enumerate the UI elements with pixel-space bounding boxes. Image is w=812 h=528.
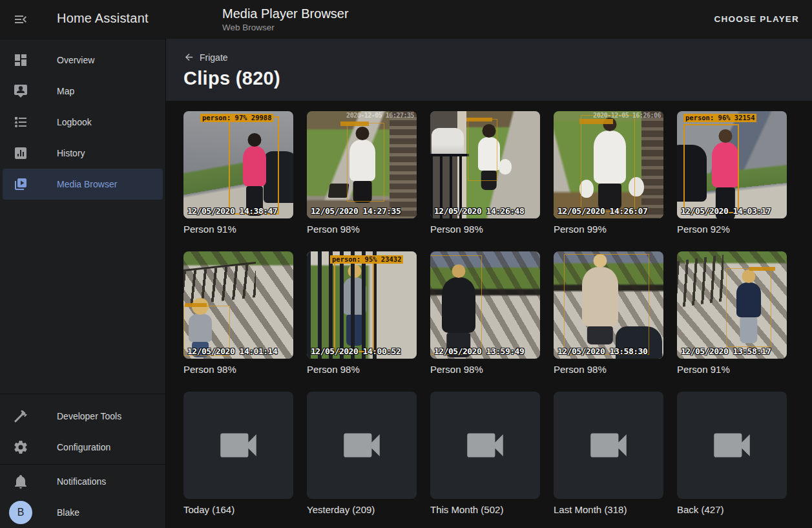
clip-card[interactable]: 2020-12-05 16:27:35 12/05/2020 14:27:35 … — [307, 111, 417, 235]
clip-card[interactable]: 12/05/2020 13:58:17 Person 91% — [677, 251, 787, 375]
sidebar-divider — [0, 394, 165, 394]
timestamp-overlay: 12/05/2020 13:58:17 — [681, 346, 771, 356]
camera-osd-timestamp: 2020-12-05 16:26:06 — [593, 112, 661, 119]
timestamp-overlay: 12/05/2020 14:38:47 — [187, 206, 277, 216]
clip-card[interactable]: person: 96% 32154 12/05/2020 14:03:17 Pe… — [677, 111, 787, 235]
clip-thumbnail[interactable]: person: 96% 32154 12/05/2020 14:03:17 — [677, 111, 787, 218]
detection-label-small — [185, 303, 207, 307]
folder-card-last-month[interactable]: Last Month (318) — [554, 392, 663, 515]
media-browser-panel: Frigate Clips (820) person: 97% 29988 12… — [166, 39, 812, 528]
folder-card-today[interactable]: Today (164) — [183, 392, 293, 515]
clip-thumbnail[interactable]: 12/05/2020 13:58:30 — [554, 251, 663, 359]
choose-player-button[interactable]: CHOOSE PLAYER — [709, 12, 804, 27]
sidebar-footer-nav: Developer Tools Configuration Notificati… — [0, 396, 165, 528]
sidebar-item-label: Logbook — [57, 117, 92, 127]
panel-subtitle: Web Browser — [222, 22, 349, 33]
clip-card[interactable]: 12/05/2020 14:01:14 Person 98% — [183, 251, 293, 375]
camera-osd-timestamp: 2020-12-05 16:27:35 — [346, 112, 414, 119]
view-dashboard-icon — [13, 52, 28, 68]
clip-thumbnail[interactable]: 12/05/2020 14:01:14 — [183, 251, 293, 359]
sidebar-item-logbook[interactable]: Logbook — [3, 107, 163, 138]
timestamp-overlay: 12/05/2020 14:26:48 — [434, 206, 524, 216]
sidebar-item-profile[interactable]: B Blake — [3, 497, 163, 528]
stair-railing-shape — [677, 255, 724, 308]
detection-label-small — [749, 267, 775, 271]
timestamp-overlay: 12/05/2020 14:01:14 — [187, 346, 277, 356]
sidebar-item-developer-tools[interactable]: Developer Tools — [3, 401, 163, 432]
video-camera-icon — [214, 421, 262, 469]
panel-title: Media Player Browser — [222, 6, 349, 21]
clip-thumbnail[interactable]: 2020-12-05 16:27:35 12/05/2020 14:27:35 — [307, 111, 417, 218]
sidebar-item-configuration[interactable]: Configuration — [3, 432, 163, 463]
home-assistant-window: Home Assistant Media Player Browser Web … — [0, 0, 812, 528]
car-shape — [432, 128, 464, 155]
clip-card[interactable]: 2020-12-05 16:26:06 12/05/2020 14:26:07 … — [554, 111, 663, 235]
play-box-multiple-icon — [13, 176, 28, 192]
clip-thumbnail[interactable]: 12/05/2020 13:59:49 — [430, 251, 540, 359]
sidebar-item-label: Notifications — [57, 476, 106, 487]
detection-label-small — [340, 121, 369, 126]
clip-card[interactable]: 12/05/2020 14:26:48 Person 98% — [430, 111, 540, 235]
video-camera-icon — [708, 421, 756, 469]
sidebar-item-label: Developer Tools — [57, 411, 121, 421]
folder-thumbnail[interactable] — [430, 392, 540, 499]
trash-bag-shape — [499, 159, 512, 174]
bell-icon — [13, 474, 28, 489]
clip-thumbnail[interactable]: 12/05/2020 14:26:48 — [430, 111, 540, 218]
breadcrumb-label: Frigate — [200, 52, 228, 63]
detection-label: person: 96% 32154 — [683, 114, 756, 122]
chart-box-icon — [13, 145, 28, 161]
clip-label: Person 98% — [307, 364, 417, 375]
sidebar-item-overview[interactable]: Overview — [3, 45, 163, 76]
sidebar-item-notifications[interactable]: Notifications — [3, 466, 163, 497]
timestamp-overlay: 12/05/2020 13:59:49 — [434, 346, 524, 356]
folder-card-this-month[interactable]: This Month (502) — [430, 392, 540, 515]
folder-thumbnail[interactable] — [307, 392, 417, 499]
clip-label: Person 98% — [430, 224, 540, 235]
clip-label: Person 98% — [307, 224, 417, 235]
folder-thumbnail[interactable] — [677, 392, 787, 499]
sidebar-item-map[interactable]: Map — [3, 76, 163, 107]
breadcrumb[interactable]: Frigate — [183, 52, 228, 63]
gear-icon — [13, 439, 28, 455]
panel-title-block: Media Player Browser Web Browser — [222, 6, 349, 33]
sidebar-spacer — [0, 200, 165, 392]
sidebar: Overview Map Logbook History Media Brows… — [0, 39, 165, 528]
timestamp-overlay: 12/05/2020 14:26:07 — [557, 206, 647, 216]
folder-card-back[interactable]: Back (427) — [677, 392, 787, 515]
clip-card[interactable]: person: 97% 29988 12/05/2020 14:38:47 Pe… — [183, 111, 293, 235]
clip-card[interactable]: 12/05/2020 13:59:49 Person 98% — [430, 251, 540, 375]
detection-bounding-box — [430, 255, 482, 355]
folder-card-yesterday[interactable]: Yesterday (209) — [307, 392, 417, 515]
sidebar-item-label: Media Browser — [57, 179, 117, 189]
clip-thumbnail[interactable]: 12/05/2020 13:58:17 — [677, 251, 787, 359]
clip-card[interactable]: 12/05/2020 13:58:30 Person 98% — [554, 251, 663, 375]
clip-label: Person 98% — [183, 364, 293, 375]
detection-bounding-box — [468, 119, 497, 181]
detection-bounding-box — [347, 123, 384, 202]
hammer-icon — [13, 408, 28, 424]
video-camera-icon — [585, 421, 632, 469]
clip-thumbnail[interactable]: person: 95% 23432 12/05/2020 14:00:52 — [307, 251, 417, 359]
sidebar-content-divider — [165, 39, 166, 528]
sidebar-item-label: Configuration — [57, 442, 110, 452]
sidebar-item-label: Overview — [57, 55, 94, 65]
folder-label: Yesterday (209) — [307, 504, 417, 515]
menu-open-icon[interactable] — [13, 12, 28, 27]
detection-label: person: 97% 29988 — [200, 114, 273, 122]
sidebar-item-media-browser[interactable]: Media Browser — [3, 169, 163, 200]
clip-thumbnail[interactable]: 2020-12-05 16:26:06 12/05/2020 14:26:07 — [554, 111, 663, 218]
clip-label: Person 92% — [677, 224, 787, 235]
timestamp-overlay: 12/05/2020 14:27:35 — [311, 206, 401, 216]
page-title: Clips (820) — [183, 68, 812, 89]
format-list-bulleted-icon — [13, 114, 28, 130]
detection-label-small — [466, 118, 492, 121]
clip-card[interactable]: person: 95% 23432 12/05/2020 14:00:52 Pe… — [307, 251, 417, 375]
folder-thumbnail[interactable] — [183, 392, 293, 499]
sidebar-item-history[interactable]: History — [3, 138, 163, 169]
clip-thumbnail[interactable]: person: 97% 29988 12/05/2020 14:38:47 — [183, 111, 293, 218]
folder-label: Last Month (318) — [554, 504, 663, 515]
porch-railing-shape — [641, 111, 663, 218]
clip-label: Person 91% — [677, 364, 787, 375]
folder-thumbnail[interactable] — [554, 392, 663, 499]
